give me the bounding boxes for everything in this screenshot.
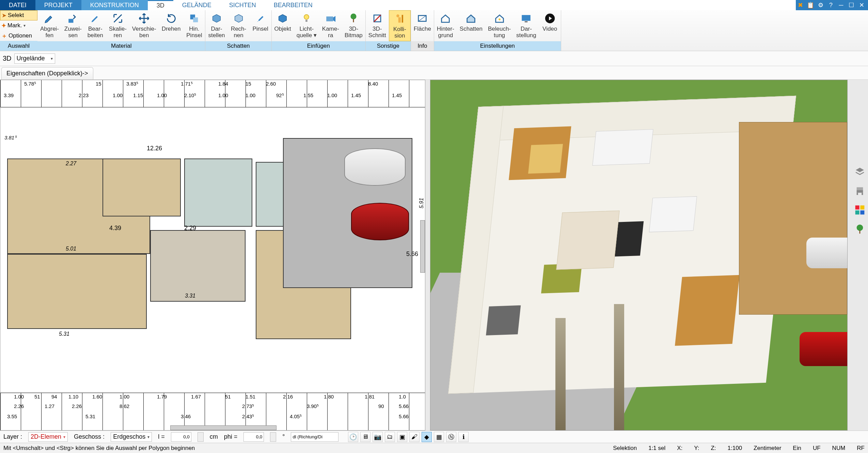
- skalieren-button[interactable]: Skalie- ren: [106, 10, 129, 41]
- kamera-button[interactable]: Kame- ra: [319, 10, 342, 41]
- coord-z: Z:: [711, 445, 716, 452]
- ruler-bottom: 1.00 51 94 1.10 1.60 1.00 1.79 1.67 51 1…: [0, 393, 425, 430]
- tree-side-icon[interactable]: [853, 222, 867, 236]
- dl-input[interactable]: [291, 432, 338, 442]
- dim: 5.91: [418, 198, 424, 208]
- bearbeiten-button[interactable]: Bear- beiten: [84, 10, 106, 41]
- layers-icon[interactable]: [853, 165, 867, 179]
- sel-ratio: 1:1 sel: [648, 445, 665, 452]
- dim: 1.15: [133, 92, 143, 98]
- abgreifen-button[interactable]: Abgrei- fen: [37, 10, 62, 41]
- hintergrund-button[interactable]: Hinter- grund: [434, 10, 457, 41]
- north-icon[interactable]: Ⓝ: [446, 432, 456, 442]
- zuweisen-button[interactable]: Zuwei- sen: [62, 10, 84, 41]
- kollision-button[interactable]: Kolli- sion: [389, 10, 411, 41]
- ribbon-left-panel: ➤Selekt ✦Mark.▾ ＋Optionen Auswahl: [0, 10, 37, 51]
- svg-point-26: [857, 225, 863, 231]
- box-icon[interactable]: ▣: [397, 432, 407, 442]
- dim: 2.26: [14, 403, 24, 409]
- properties-tab[interactable]: Eigenschaften (Doppelklick)->: [1, 67, 93, 79]
- select-label: Selekt: [8, 12, 24, 19]
- menu-tab-bearbeiten[interactable]: BEARBEITEN: [265, 0, 321, 10]
- select-button[interactable]: ➤Selekt: [0, 10, 37, 20]
- phi-spinner[interactable]: [270, 432, 276, 442]
- chevron-down-icon: ▾: [147, 435, 149, 439]
- area-icon: [416, 12, 428, 25]
- dim: 1.45: [392, 92, 402, 98]
- help-icon[interactable]: ?: [826, 1, 835, 10]
- length-input[interactable]: [171, 432, 191, 442]
- minimize-icon[interactable]: ─: [837, 1, 846, 10]
- darstellung-button[interactable]: Dar- stellung: [514, 10, 539, 41]
- beleuchtung-label: Beleuch- tung: [488, 26, 511, 39]
- terrain-combo[interactable]: Urgelände▾: [14, 54, 55, 64]
- horizontal-scrollbar[interactable]: [170, 425, 277, 430]
- house2-icon: [465, 12, 477, 25]
- menu-tab-projekt[interactable]: PROJEKT: [35, 0, 81, 10]
- pillar-icon: [614, 304, 624, 430]
- dim: 2.26: [72, 403, 82, 409]
- dim: 90: [378, 403, 384, 409]
- length-spinner[interactable]: [198, 432, 204, 442]
- layers2-icon[interactable]: 🗂: [385, 432, 395, 442]
- dim: 2.73⁵: [242, 403, 254, 409]
- lichtquelle-button[interactable]: Licht- quelle ▾: [294, 10, 319, 41]
- dim: 51: [34, 394, 40, 399]
- verschieben-button[interactable]: Verschie- ben: [129, 10, 159, 41]
- svg-rect-21: [862, 193, 863, 195]
- geschoss-combo[interactable]: Erdgeschos▾: [111, 432, 152, 442]
- menu-tab-datei[interactable]: DATEI: [0, 0, 35, 10]
- svg-rect-4: [305, 20, 307, 22]
- menu-tab-sichten[interactable]: SICHTEN: [220, 0, 265, 10]
- beleuchtung-button[interactable]: Beleuch- tung: [485, 10, 514, 41]
- clock-icon[interactable]: 🕑: [348, 432, 358, 442]
- chair-icon[interactable]: [853, 184, 867, 198]
- brush2-icon[interactable]: 🖌: [409, 432, 420, 442]
- assign-icon: [67, 12, 79, 25]
- menu-tab-konstruktion[interactable]: KONSTRUKTION: [81, 0, 148, 10]
- car3d-white-icon: [806, 238, 847, 268]
- maximize-icon[interactable]: ☐: [847, 1, 856, 10]
- info-icon[interactable]: ℹ: [458, 432, 469, 442]
- hin-pinsel-label: Hin. Pinsel: [186, 26, 202, 39]
- svg-rect-27: [859, 230, 861, 233]
- 3d-schnitt-button[interactable]: 3D- Schnitt: [366, 10, 389, 41]
- hin-pinsel-button[interactable]: Hin. Pinsel: [183, 10, 205, 41]
- flaeche-button[interactable]: Fläche: [411, 10, 434, 41]
- darstellen-button[interactable]: Dar- stellen: [205, 10, 227, 41]
- flaeche-label: Fläche: [414, 26, 431, 32]
- objekt-button[interactable]: Objekt: [272, 10, 294, 41]
- camera-icon: [325, 12, 337, 25]
- menu-tab-3d[interactable]: 3D: [148, 0, 173, 10]
- tree-icon: [347, 12, 360, 25]
- rechnen-button[interactable]: Rech- nen: [228, 10, 250, 41]
- optionen-button[interactable]: ＋Optionen: [0, 31, 37, 41]
- collision-icon: [394, 13, 406, 25]
- monitor-icon[interactable]: 🖥: [360, 432, 370, 442]
- close-icon[interactable]: ✕: [857, 1, 866, 10]
- svg-rect-22: [855, 206, 859, 210]
- menu-tab-gelaende[interactable]: GELÄNDE: [173, 0, 220, 10]
- color-grid-icon[interactable]: [853, 203, 867, 217]
- vertical-scrollbar[interactable]: [420, 220, 425, 273]
- floorplan-2d-pane[interactable]: 5.78⁵ 15 3.83⁵ 1.71⁵ 1.84 15 2.60 8.40 3…: [0, 80, 425, 431]
- ein-label: Ein: [793, 445, 801, 452]
- tools-icon[interactable]: ✖: [796, 1, 805, 10]
- drehen-button[interactable]: Drehen: [159, 10, 184, 41]
- camera-icon[interactable]: 📷: [373, 432, 383, 442]
- grid-icon[interactable]: ▦: [434, 432, 444, 442]
- rechnen-label: Rech- nen: [231, 26, 246, 39]
- schatten-einst-label: Schatten: [460, 26, 483, 32]
- phi-input[interactable]: [243, 432, 264, 442]
- mark-button[interactable]: ✦Mark.▾: [0, 20, 37, 31]
- bitmap-button[interactable]: 3D- Bitmap: [342, 10, 365, 41]
- video-button[interactable]: Video: [539, 10, 561, 41]
- shape-icon[interactable]: ◆: [422, 432, 432, 442]
- clipboard-icon[interactable]: 📋: [806, 1, 815, 10]
- schatten-einst-button[interactable]: Schatten: [457, 10, 485, 41]
- settings-icon[interactable]: ⚙: [816, 1, 825, 10]
- view-3d-pane[interactable]: [430, 80, 848, 431]
- layer-combo[interactable]: 2D-Elemen▾: [28, 432, 68, 442]
- pinsel-button[interactable]: Pinsel: [250, 10, 271, 41]
- dim: 1.45: [351, 92, 361, 98]
